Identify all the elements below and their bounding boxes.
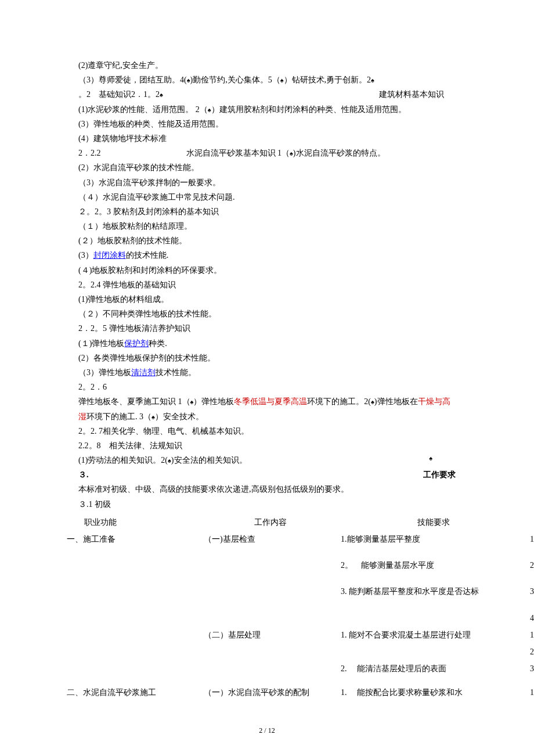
spade-icon: ♠ (371, 77, 374, 84)
table-cell: 2. 能清洁基层处理后的表面 (341, 660, 530, 677)
paragraph: (1)弹性地板的材料组成。 (78, 292, 456, 307)
paragraph: (4）建筑物地坪技术标准 (78, 131, 456, 146)
spade-icon: ♠ (429, 453, 456, 467)
table-cell: 1. 能按配合比要求称量砂浆和水 (341, 684, 530, 701)
text: (4）建筑物地坪技术标准 (78, 134, 167, 143)
text: )弹性地板在 (374, 397, 418, 406)
text: （3）弹性地板 (78, 368, 131, 377)
table-cell: 1.能够测量基层平整度 (341, 531, 530, 548)
table-cell: 2。 能够测量基层水平度 (341, 557, 530, 574)
table-cell (341, 610, 530, 627)
paragraph: 2．2.2 水泥自流平砂浆基本知识 1（♠)水泥自流平砂浆的特点。 (78, 146, 456, 160)
table-header: 职业功能 (67, 514, 204, 531)
text: 2。2．6 (78, 383, 107, 391)
link-cleaner[interactable]: 清洁剂 (131, 368, 156, 377)
text: 技术性能。 (156, 368, 196, 377)
paragraph: 2.2。8 相关法律、法规知识 (78, 438, 456, 453)
paragraph: 2。2.4 弹性地板的基础知识 (78, 278, 456, 292)
text: 的技术性能. (126, 251, 169, 260)
table-cell (204, 610, 341, 627)
paragraph: (2）水泥自流平砂浆的技术性能。 (78, 160, 456, 175)
text: 2。2. 7相关化学、物理、电气、机械基本知识。 (78, 427, 249, 435)
text: 环境下的施工. 3（ (86, 412, 151, 421)
paragraph: （２）不同种类弹性地板的技术性能。 (78, 307, 456, 321)
text: 种类. (149, 339, 167, 348)
text: 本标准对初级、中级、高级的技能要求依次递进,高级别包括低级别的要求。 (78, 485, 349, 494)
table-row: 二、水泥自流平砂浆施工 （一）水泥自流平砂浆的配制 1. 能按配合比要求称量砂浆… (67, 684, 534, 701)
table-cell (67, 660, 204, 677)
table-cell: 一、施工准备 (67, 531, 204, 548)
table-header: 工作内容 (204, 514, 341, 531)
paragraph: (3）弹性地板的种类、性能及适用范围。 (78, 117, 456, 131)
section-heading: ３. 工作要求 (78, 467, 456, 482)
text: (3）弹性地板的种类、性能及适用范围。 (78, 120, 223, 128)
table-header: 技能要求 (341, 514, 530, 531)
page-number: 2 / 12 (78, 725, 456, 737)
text: 。2 基础知识2．1。2 (78, 90, 160, 99)
paragraph: (４)地板胶粘剂和封闭涂料的环保要求。 (78, 263, 456, 278)
text: (1)弹性地板的材料组成。 (78, 295, 169, 304)
paragraph: （3）弹性地板清洁剂技术性能。 (78, 365, 456, 380)
text: 2．2.2 (78, 149, 101, 157)
text: 2.2。8 相关法律、法规知识 (78, 441, 182, 450)
table-cell (204, 557, 341, 574)
text: (２）地板胶粘剂的技术性能。 (78, 236, 187, 245)
paragraph: 2．2。5 弹性地板清洁养护知识 (78, 321, 456, 336)
table-cell: 3. 测量 (530, 583, 534, 600)
paragraph: (１)弹性地板保护剂种类. (78, 336, 456, 351)
text: 2。2.4 弹性地板的基础知识 (78, 280, 176, 289)
text: ３.1 初级 (78, 500, 111, 509)
table-cell: 2．测量基 (530, 557, 534, 574)
table-cell (67, 643, 204, 660)
text: (2）各类弹性地板保护剂的技术性能。 (78, 354, 215, 362)
link-protectant[interactable]: 保护剂 (124, 339, 149, 348)
text: (１)弹性地板 (78, 339, 124, 348)
paragraph: (1)劳动法的相关知识。2(♠)安全法的相关知识。 ♠ (78, 453, 456, 467)
table-cell: 二、水泥自流平砂浆施工 (67, 684, 204, 701)
text: 弹性地板冬、夏季施工知识 1（ (78, 397, 190, 406)
text: ３. (78, 467, 89, 482)
table-cell (67, 610, 204, 627)
table-cell: （二）基层处理 (204, 627, 341, 643)
paragraph: (2)遵章守纪,安全生产。 (78, 58, 456, 73)
paragraph: (1)水泥砂浆的性能、适用范围。 2（♠）建筑用胶粘剂和封闭涂料的种类、性能及适… (78, 102, 456, 117)
text: (3） (78, 251, 93, 260)
table-row: 2. 能清洁基层处理后的表面 3. 基层处 (67, 660, 534, 677)
paragraph: （3）水泥自流平砂浆拌制的一般要求。 (78, 175, 456, 190)
paragraph: (2）各类弹性地板保护剂的技术性能。 (78, 351, 456, 365)
table-cell (67, 627, 204, 643)
text: )勤俭节约,关心集体。5（ (190, 75, 280, 84)
text: ）安全技术。 (155, 412, 204, 421)
paragraph: 。2 基础知识2．1。2♠ 建筑材料基本知识 (78, 87, 456, 102)
skills-table: 职业功能 工作内容 技能要求 一、施工准备 （一)基层检查 1.能够测量基层平整… (67, 514, 534, 701)
paragraph: 2。2. 7相关化学、物理、电气、机械基本知识。 (78, 424, 456, 438)
table-header-row: 职业功能 工作内容 技能要求 (67, 514, 534, 531)
text: （２）不同种类弹性地板的技术性能。 (78, 309, 217, 318)
table-row: （二）基层处理 1. 能对不合要求混凝土基层进行处理 1. 混凝 (67, 627, 534, 643)
text: 水泥自流平砂浆基本知识 1（ (186, 149, 290, 157)
table-row: 一、施工准备 （一)基层检查 1.能够测量基层平整度 1．平整度 (67, 531, 534, 548)
paragraph: 弹性地板冬、夏季施工知识 1（♠）弹性地板冬季低温与夏季高温环境下的施工。2(♠… (78, 394, 456, 423)
table-row: 2。 能够测量基层水平度 2．测量基 (67, 557, 534, 574)
table-cell: 4. 对基 (530, 610, 534, 627)
red-text: 冬季低温与夏季高温 (234, 397, 307, 406)
table-cell: （一)基层检查 (204, 531, 341, 548)
table-row (67, 600, 534, 610)
text: （１）地板胶粘剂的粘结原理。 (78, 222, 192, 231)
paragraph: （４）水泥自流平砂浆施工中常见技术问题. (78, 190, 456, 204)
table-cell: （一）水泥自流平砂浆的配制 (204, 684, 341, 701)
table-row: 3. 能判断基层平整度和水平度是否达标 3. 测量 (67, 583, 534, 600)
text: 建筑材料基本知识 (163, 87, 456, 102)
text: （3）水泥自流平砂浆拌制的一般要求。 (78, 178, 221, 187)
text: ）钻研技术,勇于创新。2 (284, 75, 371, 84)
text: 工作要求 (423, 467, 456, 482)
paragraph: （3）尊师爱徒，团结互助。4(♠)勤俭节约,关心集体。5（♠）钻研技术,勇于创新… (78, 73, 456, 87)
text: （3）尊师爱徒，团结互助。4( (78, 75, 187, 84)
text: (1)水泥砂浆的性能、适用范围。 2（ (78, 105, 208, 114)
table-row (67, 548, 534, 557)
paragraph: ３.1 初级 (78, 497, 456, 512)
table-row: 2. 吸尘器 (67, 643, 534, 660)
text: 环境下的施工。2( (307, 397, 371, 406)
table-cell (204, 660, 341, 677)
link-sealing-coating[interactable]: 封闭涂料 (93, 251, 126, 260)
